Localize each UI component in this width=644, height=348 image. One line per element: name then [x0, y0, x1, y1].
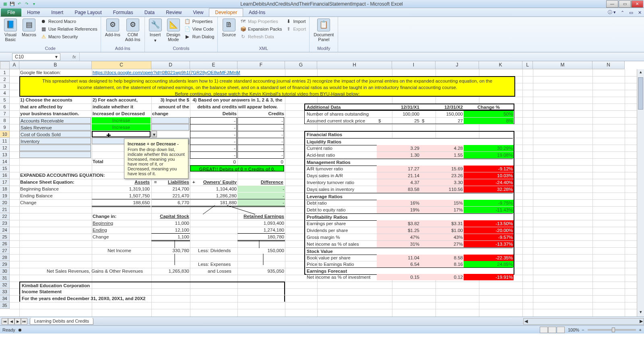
tab-first[interactable]: ⏮ — [2, 318, 8, 325]
row-header-5[interactable]: 5 — [0, 97, 10, 104]
row-header-3[interactable]: 3 — [0, 83, 10, 90]
cell-area[interactable]: Google file location: https://docs.googl… — [10, 69, 637, 317]
row-header-30[interactable]: 30 — [0, 268, 10, 275]
col-header-M[interactable]: M — [533, 61, 592, 69]
dropdown-arrow[interactable]: ▾ — [151, 131, 157, 137]
row-header-34[interactable]: 34 — [0, 295, 10, 302]
addins-button[interactable]: ⚙Add-Ins — [103, 18, 122, 38]
undo-icon[interactable]: ↶ — [16, 1, 23, 7]
col-header-B[interactable]: B — [19, 61, 92, 69]
namebox-dropdown-icon[interactable]: ▾ — [55, 54, 58, 60]
scroll-left-icon[interactable]: ◀ — [524, 319, 528, 324]
row-header-31[interactable]: 31 — [0, 275, 10, 282]
col-header-K[interactable]: K — [479, 61, 522, 69]
tab-data[interactable]: Data — [139, 8, 160, 17]
redo-icon[interactable]: ↷ — [23, 1, 30, 7]
tab-prev[interactable]: ◀ — [8, 318, 14, 325]
col-header-C[interactable]: C — [92, 61, 151, 69]
incr-9[interactable]: Increase — [92, 124, 151, 130]
acct-11[interactable]: Inventory — [19, 138, 91, 144]
row-header-29[interactable]: 29 — [0, 261, 10, 268]
row-header-24[interactable]: 24 — [0, 227, 10, 234]
google-link[interactable]: https://docs.google.com/open?id=0B021wp9… — [92, 69, 241, 76]
maximize-button[interactable]: ▭ — [619, 0, 631, 8]
row-header-10[interactable]: 10 — [0, 131, 10, 138]
col-header-N[interactable]: N — [592, 61, 625, 69]
col-header-A[interactable]: A — [10, 61, 19, 69]
row-header-6[interactable]: 6 — [0, 104, 10, 110]
scroll-down-icon[interactable]: ▾ — [637, 309, 644, 317]
row-header-17[interactable]: 17 — [0, 179, 10, 186]
select-all-corner[interactable] — [0, 61, 10, 69]
source-button[interactable]: 🗎Source — [220, 18, 237, 38]
macros-button[interactable]: ▤Macros — [20, 18, 38, 38]
col-header-E[interactable]: E — [190, 61, 237, 69]
import-button[interactable]: ⬇Import — [285, 18, 307, 25]
amt-8[interactable] — [151, 117, 189, 124]
row-header-13[interactable]: 13 — [0, 151, 10, 158]
row-header-2[interactable]: 2 — [0, 76, 10, 83]
design-mode-button[interactable]: 📐Design Mode — [165, 18, 182, 43]
sheet-tab-active[interactable]: Learning Debits and Credits — [30, 318, 93, 325]
minimize-ribbon-icon[interactable]: ⌃ — [618, 9, 627, 17]
tab-view[interactable]: View — [188, 8, 209, 17]
close-workbook-icon[interactable]: ✕ — [636, 9, 644, 17]
zoom-slider[interactable] — [588, 329, 636, 331]
row-header-4[interactable]: 4 — [0, 90, 10, 97]
restore-workbook-icon[interactable]: ▭ — [627, 9, 636, 17]
col-header-J[interactable]: J — [436, 61, 479, 69]
horizontal-scrollbar[interactable]: ◀ ▶ — [523, 318, 644, 325]
col-header-D[interactable]: D — [151, 61, 190, 69]
row-header-22[interactable]: 22 — [0, 213, 10, 220]
row-header-28[interactable]: 28 — [0, 254, 10, 261]
scroll-up-icon[interactable]: ▴ — [637, 69, 644, 77]
qat-dropdown-icon[interactable]: ▾ — [31, 1, 37, 7]
record-macro-button[interactable]: ⏺Record Macro — [39, 18, 98, 25]
row-header-21[interactable]: 21 — [0, 206, 10, 213]
view-pagebreak[interactable] — [557, 327, 565, 333]
row-header-19[interactable]: 19 — [0, 193, 10, 199]
scroll-thumb[interactable] — [638, 77, 643, 110]
zoom-out-icon[interactable]: − — [582, 327, 584, 332]
row-header-14[interactable]: 14 — [0, 158, 10, 165]
relative-refs-button[interactable]: ▦Use Relative References — [39, 25, 98, 33]
acct-12[interactable] — [19, 145, 91, 151]
incr-8[interactable]: Increase — [92, 117, 151, 124]
tab-last[interactable]: ⏭ — [21, 318, 27, 325]
active-cell-c10[interactable] — [92, 131, 151, 137]
acct-8[interactable]: Accounts Receivable — [19, 117, 91, 124]
row-header-25[interactable]: 25 — [0, 234, 10, 240]
row-header-20[interactable]: 20 — [0, 199, 10, 206]
refresh-button[interactable]: ↻Refresh Data — [239, 33, 283, 40]
tab-developer[interactable]: Developer — [209, 8, 243, 17]
row-header-8[interactable]: 8 — [0, 117, 10, 124]
tab-formulas[interactable]: Formulas — [107, 8, 139, 17]
export-button[interactable]: ⬆Export — [285, 25, 307, 33]
close-button[interactable]: ✕ — [631, 0, 643, 8]
file-tab[interactable]: File — [1, 8, 21, 17]
col-header-L[interactable]: L — [522, 61, 533, 69]
row-header-32[interactable]: 32 — [0, 282, 10, 288]
row-header-26[interactable]: 26 — [0, 240, 10, 247]
run-dialog-button[interactable]: ▶Run Dialog — [184, 33, 215, 40]
view-normal[interactable] — [540, 327, 548, 333]
row-header-11[interactable]: 11 — [0, 138, 10, 145]
tab-insert[interactable]: Insert — [45, 8, 69, 17]
zoom-in-icon[interactable]: + — [639, 327, 642, 332]
col-header-G[interactable]: G — [285, 61, 317, 69]
scroll-right-icon[interactable]: ▶ — [640, 319, 643, 324]
row-header-18[interactable]: 18 — [0, 186, 10, 193]
help-icon[interactable]: ⓘ ▾ — [605, 8, 618, 17]
view-pagelayout[interactable] — [548, 327, 556, 333]
tab-pagelayout[interactable]: Page Layout — [69, 8, 107, 17]
view-code-button[interactable]: 📄View Code — [184, 25, 215, 33]
document-panel-button[interactable]: 📋Document Panel — [312, 18, 335, 43]
save-icon[interactable]: 💾 — [9, 1, 15, 7]
macro-security-button[interactable]: ⚠Macro Security — [39, 33, 98, 40]
row-header-7[interactable]: 7 — [0, 110, 10, 117]
macro-record-icon[interactable]: ⏺ — [18, 327, 22, 332]
tab-addins[interactable]: Add-Ins — [243, 8, 271, 17]
tab-next[interactable]: ▶ — [14, 318, 21, 325]
row-header-16[interactable]: 16 — [0, 172, 10, 179]
acct-10[interactable]: Cost of Goods Sold — [19, 131, 91, 137]
